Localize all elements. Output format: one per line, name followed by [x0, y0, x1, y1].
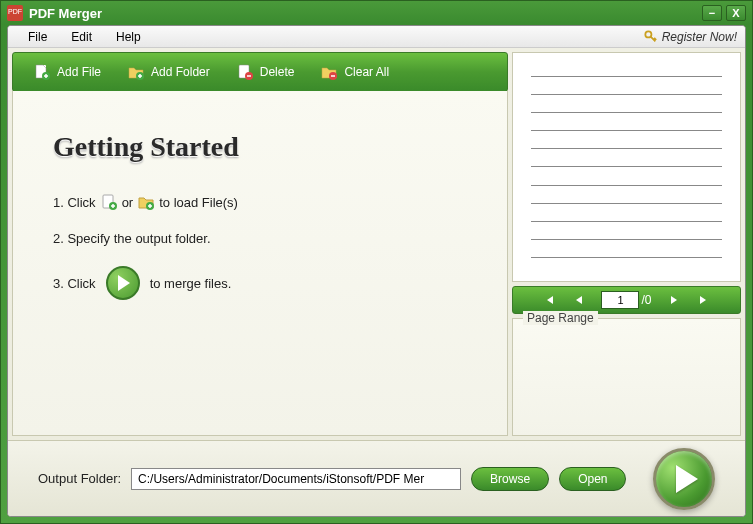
add-folder-label: Add Folder [151, 65, 210, 79]
step-3: 3. Click to merge files. [53, 266, 467, 300]
content: File Edit Help Register Now! Add File [7, 25, 746, 517]
menu-file[interactable]: File [16, 28, 59, 46]
open-button[interactable]: Open [559, 467, 626, 491]
app-window: PDF Merger − X File Edit Help Register N… [0, 0, 753, 524]
pager-next-button[interactable] [670, 294, 680, 306]
getting-started-panel: Getting Started 1. Click or to load File… [12, 91, 508, 436]
delete-icon [236, 63, 254, 81]
step1-folder-icon [137, 193, 155, 211]
pager-bar: /0 [512, 286, 741, 314]
preview-line [531, 221, 722, 222]
step-1: 1. Click or to load File(s) [53, 193, 467, 211]
clear-all-icon [320, 63, 338, 81]
minimize-button[interactable]: − [702, 5, 722, 21]
pager-center: /0 [601, 291, 651, 309]
footer: Output Folder: Browse Open [8, 440, 745, 516]
output-folder-label: Output Folder: [38, 471, 121, 486]
menu-help[interactable]: Help [104, 28, 153, 46]
left-pane: Add File Add Folder Delete [12, 52, 508, 436]
register-link[interactable]: Register Now! [644, 30, 737, 44]
step3-play-icon [106, 266, 140, 300]
pager-first-button[interactable] [543, 294, 555, 306]
getting-started-heading: Getting Started [53, 131, 467, 163]
step-2: 2. Specify the output folder. [53, 231, 467, 246]
add-file-icon [33, 63, 51, 81]
preview-line [531, 257, 722, 258]
merge-button[interactable] [653, 448, 715, 510]
preview-box [512, 52, 741, 282]
pager-last-button[interactable] [698, 294, 710, 306]
page-range-box: Page Range [512, 318, 741, 436]
app-title: PDF Merger [29, 6, 702, 21]
step1-text-b: or [122, 195, 134, 210]
preview-line [531, 76, 722, 77]
preview-line [531, 203, 722, 204]
preview-line [531, 185, 722, 186]
preview-line [531, 94, 722, 95]
pager-current-input[interactable] [601, 291, 639, 309]
add-folder-button[interactable]: Add Folder [117, 59, 220, 85]
pager-total: /0 [641, 293, 651, 307]
register-label: Register Now! [662, 30, 737, 44]
step3-text-b: to merge files. [150, 276, 232, 291]
key-icon [644, 30, 658, 44]
step1-file-icon [100, 193, 118, 211]
preview-line [531, 148, 722, 149]
toolbar: Add File Add Folder Delete [12, 52, 508, 92]
add-file-label: Add File [57, 65, 101, 79]
step1-text-c: to load File(s) [159, 195, 238, 210]
right-pane: /0 Page Range [512, 52, 741, 436]
menubar: File Edit Help Register Now! [8, 26, 745, 48]
clear-all-button[interactable]: Clear All [310, 59, 399, 85]
add-file-button[interactable]: Add File [23, 59, 111, 85]
app-icon [7, 5, 23, 21]
delete-label: Delete [260, 65, 295, 79]
clear-all-label: Clear All [344, 65, 389, 79]
browse-button[interactable]: Browse [471, 467, 549, 491]
preview-line [531, 130, 722, 131]
pager-prev-button[interactable] [573, 294, 583, 306]
titlebar: PDF Merger − X [1, 1, 752, 25]
delete-button[interactable]: Delete [226, 59, 305, 85]
add-folder-icon [127, 63, 145, 81]
preview-line [531, 239, 722, 240]
step1-text-a: 1. Click [53, 195, 96, 210]
menu-edit[interactable]: Edit [59, 28, 104, 46]
step3-text-a: 3. Click [53, 276, 96, 291]
page-range-label: Page Range [523, 311, 598, 325]
window-controls: − X [702, 5, 746, 21]
preview-line [531, 166, 722, 167]
preview-line [531, 112, 722, 113]
close-button[interactable]: X [726, 5, 746, 21]
output-folder-input[interactable] [131, 468, 461, 490]
main-area: Add File Add Folder Delete [8, 48, 745, 440]
